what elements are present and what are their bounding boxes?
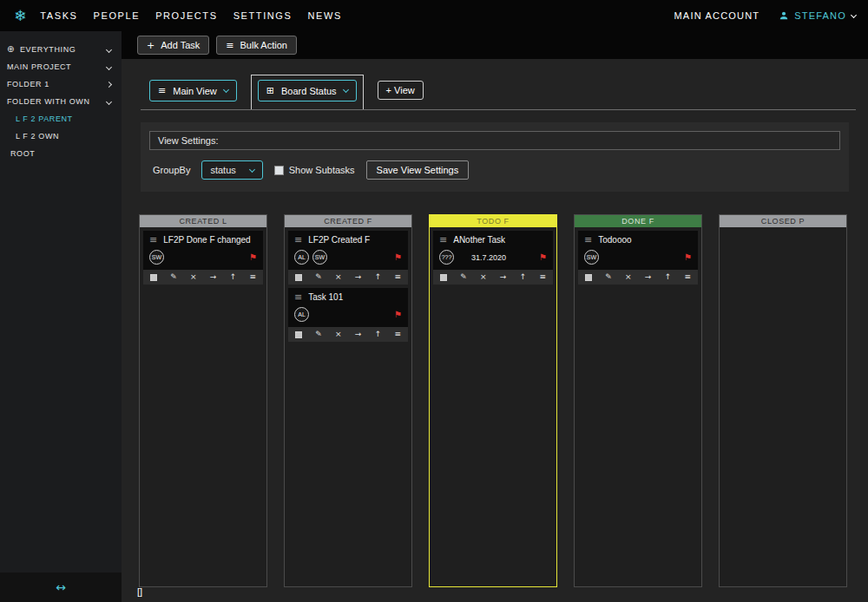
drag-handle-icon[interactable]: ≡ [294,292,302,302]
delete-icon[interactable]: × [190,273,197,281]
move-right-icon[interactable]: → [210,273,217,281]
chevron-down-icon [223,87,229,93]
sidebar-collapse-bar[interactable]: ↔ [0,573,122,602]
sidebar-item-folder-with-own[interactable]: FOLDER WITH OWN [0,93,122,110]
task-card[interactable]: ≡ Todoooo SW ⚑ ✎ × → ↑ ≡ [578,231,698,285]
bulk-action-button[interactable]: ≡ Bulk Action [216,36,297,55]
drag-handle-icon[interactable]: ≡ [439,235,447,245]
assignee-avatar: SW [149,250,164,265]
nav-people[interactable]: PEOPLE [94,10,141,21]
column-header: DONE F [575,215,701,227]
card-menu-icon[interactable]: ≡ [249,273,256,281]
chevron-down-icon[interactable] [107,62,111,71]
card-menu-icon[interactable]: ≡ [684,273,691,281]
card-menu-icon[interactable]: ≡ [539,273,546,281]
add-task-button[interactable]: + Add Task [137,36,209,55]
card-select-checkbox[interactable] [150,274,157,281]
move-right-icon[interactable]: → [355,330,362,338]
priority-flag-icon[interactable]: ⚑ [249,252,257,262]
sidebar-item-lf2-own[interactable]: L F 2 OWN [0,128,122,145]
chevron-right-icon[interactable] [107,80,111,88]
move-right-icon[interactable]: → [355,273,362,281]
move-up-icon[interactable]: ↑ [520,273,527,281]
move-right-icon[interactable]: → [500,273,507,281]
board-status-dropdown[interactable]: ⊞ Board Status [258,80,357,101]
delete-icon[interactable]: × [625,273,632,281]
card-select-checkbox[interactable] [295,331,302,338]
card-select-checkbox[interactable] [585,274,592,281]
main-view-dropdown[interactable]: ≡ Main View [149,80,237,101]
edit-icon[interactable]: ✎ [605,273,612,281]
edit-icon[interactable]: ✎ [315,273,322,281]
view-settings-title: View Settings: [149,131,840,150]
task-title: Todoooo [598,235,631,245]
board-column-done-f: DONE F ≡ Todoooo SW ⚑ ✎ × → ↑ ≡ [574,214,702,587]
column-header: CREATED L [140,215,266,227]
nav-news[interactable]: NEWS [307,10,341,21]
sidebar-item-folder-1[interactable]: FOLDER 1 [0,75,122,93]
account-name[interactable]: MAIN ACCOUNT [674,10,760,21]
edit-icon[interactable]: ✎ [170,273,177,281]
card-select-checkbox[interactable] [440,274,447,281]
move-up-icon[interactable]: ↑ [375,273,382,281]
edit-icon[interactable]: ✎ [460,273,467,281]
resize-horizontal-icon: ↔ [56,580,66,594]
main-nav: TASKS PEOPLE PROJECTS SETTINGS NEWS [40,10,358,21]
nav-tasks[interactable]: TASKS [40,10,77,21]
sidebar-item-label: L F 2 OWN [16,132,59,141]
sidebar-item-everything[interactable]: ⊕ EVERYTHING [0,40,122,58]
delete-icon[interactable]: × [335,330,342,338]
column-header: CLOSED P [720,215,846,227]
priority-flag-icon[interactable]: ⚑ [539,252,547,262]
drag-handle-icon[interactable]: ≡ [149,235,157,245]
board-column-closed-p: CLOSED P [719,214,847,587]
card-action-bar: ✎ × → ↑ ≡ [288,270,408,285]
chevron-down-icon[interactable] [107,45,111,54]
chevron-down-icon[interactable] [107,97,111,106]
sidebar-item-label: FOLDER 1 [7,80,49,88]
save-view-settings-button[interactable]: Save View Settings [366,160,470,180]
task-card[interactable]: ≡ ANother Task ??? 31.7.2020 ⚑ ✎ × → ↑ ≡ [433,231,553,285]
card-select-checkbox[interactable] [295,274,302,281]
nav-projects[interactable]: PROJECTS [155,10,217,21]
active-view-tab: ⊞ Board Status [251,75,364,109]
priority-flag-icon[interactable]: ⚑ [394,252,402,262]
move-up-icon[interactable]: ↑ [665,273,672,281]
drag-handle-icon[interactable]: ≡ [294,235,302,245]
card-action-bar: ✎ × → ↑ ≡ [143,270,263,285]
column-header: CREATED F [285,215,411,227]
assignee-avatar: SW [312,250,327,265]
delete-icon[interactable]: × [335,273,342,281]
sidebar-item-label: FOLDER WITH OWN [7,97,90,106]
card-menu-icon[interactable]: ≡ [394,273,401,281]
sidebar-item-label: ROOT [10,149,35,158]
nav-settings[interactable]: SETTINGS [233,10,293,21]
sidebar-item-lf2-parent[interactable]: L F 2 PARENT [0,110,122,128]
priority-flag-icon[interactable]: ⚑ [394,310,402,319]
add-view-button[interactable]: + View [378,81,424,100]
move-up-icon[interactable]: ↑ [375,330,382,338]
drag-handle-icon[interactable]: ≡ [584,235,592,245]
card-menu-icon[interactable]: ≡ [394,330,401,338]
move-right-icon[interactable]: → [645,273,652,281]
assignee-avatar: AL [294,250,309,265]
task-card[interactable]: ≡ LF2P Created F AL SW ⚑ ✎ × → ↑ ≡ [288,231,408,285]
edit-icon[interactable]: ✎ [315,330,322,338]
card-action-bar: ✎ × → ↑ ≡ [433,270,553,285]
sidebar-item-root[interactable]: ROOT [0,145,122,162]
user-menu[interactable]: STEFANO [779,10,856,21]
sidebar-item-main-project[interactable]: MAIN PROJECT [0,58,122,75]
username: STEFANO [794,10,846,21]
menu-icon: ≡ [158,85,166,96]
task-card[interactable]: ≡ Task 101 AL ⚑ ✎ × → ↑ ≡ [288,288,408,342]
groupby-select[interactable]: status [201,160,262,180]
task-title: Task 101 [308,292,343,302]
task-title: LF2P Done F changed [163,235,250,245]
move-up-icon[interactable]: ↑ [230,273,237,281]
delete-icon[interactable]: × [480,273,487,281]
priority-flag-icon[interactable]: ⚑ [684,252,692,262]
task-card[interactable]: ≡ LF2P Done F changed SW ⚑ ✎ × → ↑ ≡ [143,231,263,285]
chevron-down-icon [851,11,857,17]
show-subtasks-checkbox[interactable] [274,166,284,175]
app-logo-icon[interactable]: ❄ [14,7,26,24]
